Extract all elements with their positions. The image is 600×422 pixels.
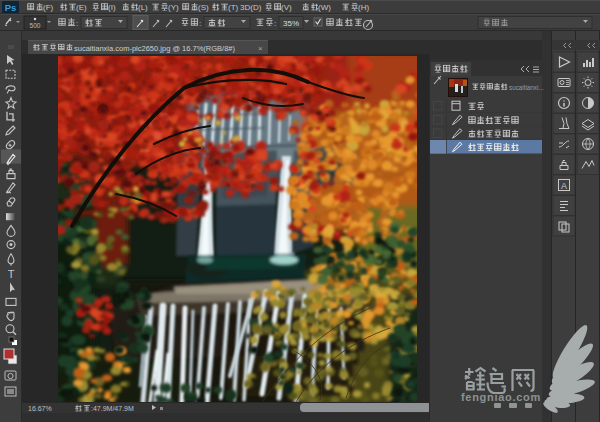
svg-text:500: 500 [30, 22, 41, 29]
svg-text::: : [199, 19, 201, 28]
svg-text:(I): (I) [108, 3, 116, 12]
svg-text:16.67%: 16.67% [28, 405, 52, 412]
svg-text:(H): (H) [358, 3, 369, 12]
svg-text::47.9M/47.9M: :47.9M/47.9M [91, 405, 134, 412]
svg-text:(Y): (Y) [168, 3, 179, 12]
svg-text:3D(D): 3D(D) [240, 3, 262, 12]
svg-text:sucaitianxi...: sucaitianxi... [509, 84, 544, 91]
svg-text:T: T [8, 268, 15, 280]
svg-text:A: A [561, 181, 567, 191]
svg-text:(E): (E) [76, 3, 87, 12]
svg-text:35%: 35% [283, 19, 299, 28]
svg-text::: : [274, 19, 276, 28]
svg-text:(F): (F) [43, 3, 54, 12]
svg-text:(S): (S) [198, 3, 209, 12]
svg-text:×: × [258, 44, 263, 53]
svg-text:(L): (L) [138, 3, 148, 12]
svg-text:Ps: Ps [5, 2, 17, 13]
svg-text:(V): (V) [281, 3, 292, 12]
svg-text:(W): (W) [318, 3, 331, 12]
svg-text:fengniao.com: fengniao.com [461, 391, 541, 403]
svg-text:(T): (T) [228, 3, 239, 12]
svg-text::: : [76, 19, 78, 28]
svg-text:sucaitianxia.com-pic2650.jpg @: sucaitianxia.com-pic2650.jpg @ 16.7%(RGB… [74, 44, 236, 53]
